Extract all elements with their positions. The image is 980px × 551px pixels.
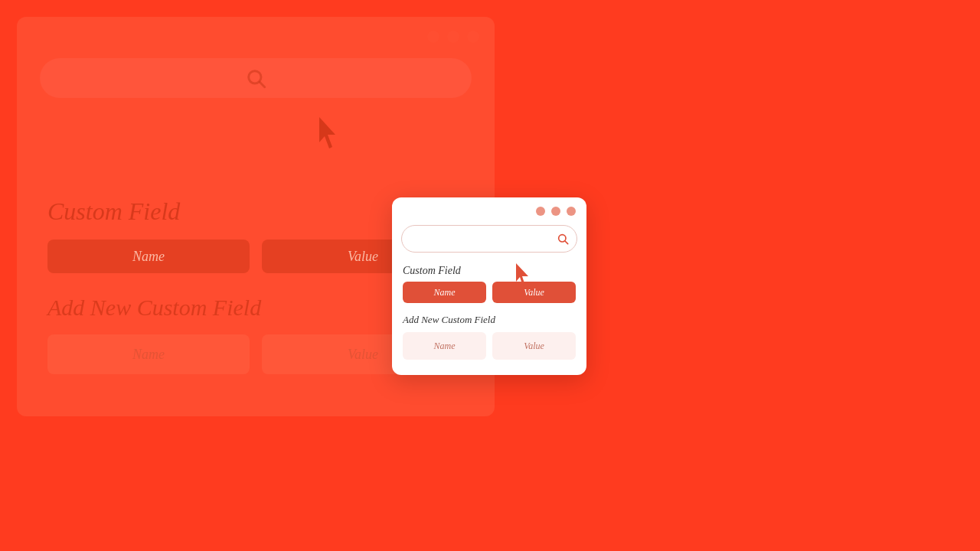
svg-marker-2	[319, 117, 335, 148]
modal-name-btn[interactable]: Name	[403, 282, 486, 303]
bg-titlebar	[17, 17, 495, 51]
modal-search-input[interactable]	[410, 226, 557, 252]
modal-dot-3	[567, 207, 576, 216]
bg-search-bar	[40, 58, 472, 98]
modal-custom-field-label: Custom Field	[392, 260, 586, 282]
modal-search-icon	[557, 233, 569, 245]
modal-window: Custom Field Name Value Add New Custom F…	[392, 197, 586, 375]
bg-dot-2	[447, 31, 459, 43]
modal-add-new-label: Add New Custom Field	[392, 311, 586, 332]
svg-line-1	[260, 82, 264, 86]
modal-titlebar	[392, 197, 586, 222]
modal-dot-2	[551, 207, 560, 216]
bg-dot-3	[467, 31, 479, 43]
modal-cursor-arrow	[513, 260, 536, 289]
modal-name-placeholder[interactable]: Name	[403, 332, 486, 360]
bg-dot-1	[427, 31, 439, 43]
bg-name-btn[interactable]: Name	[47, 240, 250, 273]
modal-dot-1	[536, 207, 545, 216]
modal-search-bar[interactable]	[401, 225, 577, 253]
modal-value-placeholder[interactable]: Value	[492, 332, 576, 360]
bg-search-icon	[245, 67, 266, 89]
bg-name-placeholder[interactable]: Name	[47, 334, 250, 374]
modal-field-row-light: Name Value	[392, 332, 586, 360]
svg-line-4	[565, 241, 568, 244]
svg-marker-5	[516, 263, 528, 286]
bg-cursor-arrow	[315, 113, 346, 152]
modal-field-row: Name Value	[392, 282, 586, 311]
